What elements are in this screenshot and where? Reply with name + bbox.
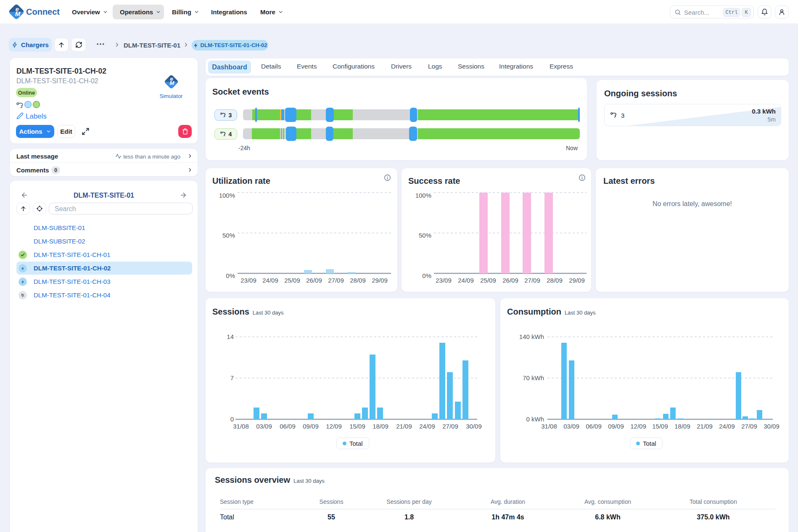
svg-text:09/09: 09/09 — [608, 423, 624, 430]
svg-text:140 kWh: 140 kWh — [519, 333, 544, 340]
svg-text:27/09: 27/09 — [442, 423, 458, 430]
svg-text:21/09: 21/09 — [396, 423, 412, 430]
svg-text:50%: 50% — [222, 232, 235, 239]
svg-text:09/09: 09/09 — [303, 423, 319, 430]
svg-text:100%: 100% — [219, 192, 235, 199]
svg-text:70 kWh: 70 kWh — [523, 374, 544, 381]
svg-text:31/08: 31/08 — [233, 423, 249, 430]
svg-text:0 kWh: 0 kWh — [526, 416, 544, 423]
svg-text:15/09: 15/09 — [652, 423, 668, 430]
svg-text:25/09: 25/09 — [284, 277, 300, 284]
svg-text:24/09: 24/09 — [419, 423, 435, 430]
svg-text:14: 14 — [227, 333, 234, 340]
svg-text:21/09: 21/09 — [697, 423, 713, 430]
svg-text:15/09: 15/09 — [349, 423, 365, 430]
svg-text:28/09: 28/09 — [350, 277, 366, 284]
svg-text:30/09: 30/09 — [764, 423, 780, 430]
svg-text:0: 0 — [230, 416, 234, 423]
svg-text:03/09: 03/09 — [563, 423, 579, 430]
svg-text:100%: 100% — [415, 192, 431, 199]
svg-text:0%: 0% — [226, 272, 235, 279]
svg-text:29/09: 29/09 — [569, 277, 585, 284]
svg-text:0%: 0% — [422, 272, 431, 279]
svg-text:23/09: 23/09 — [436, 277, 452, 284]
svg-text:29/09: 29/09 — [372, 277, 388, 284]
svg-text:06/09: 06/09 — [586, 423, 602, 430]
svg-text:12/09: 12/09 — [630, 423, 646, 430]
svg-text:25/09: 25/09 — [480, 277, 496, 284]
svg-text:24/09: 24/09 — [458, 277, 474, 284]
svg-text:27/09: 27/09 — [328, 277, 344, 284]
svg-text:26/09: 26/09 — [306, 277, 322, 284]
svg-text:7: 7 — [230, 374, 234, 381]
svg-text:30/09: 30/09 — [466, 423, 482, 430]
svg-text:26/09: 26/09 — [502, 277, 518, 284]
svg-text:18/09: 18/09 — [373, 423, 388, 430]
svg-text:06/09: 06/09 — [280, 423, 296, 430]
svg-text:12/09: 12/09 — [326, 423, 342, 430]
svg-text:27/09: 27/09 — [524, 277, 540, 284]
svg-text:18/09: 18/09 — [674, 423, 690, 430]
svg-text:24/09: 24/09 — [262, 277, 278, 284]
svg-text:23/09: 23/09 — [240, 277, 256, 284]
svg-text:27/09: 27/09 — [741, 423, 757, 430]
svg-text:28/09: 28/09 — [547, 277, 563, 284]
svg-text:24/09: 24/09 — [719, 423, 735, 430]
svg-text:50%: 50% — [419, 232, 431, 239]
svg-text:31/08: 31/08 — [541, 423, 557, 430]
svg-text:03/09: 03/09 — [256, 423, 272, 430]
